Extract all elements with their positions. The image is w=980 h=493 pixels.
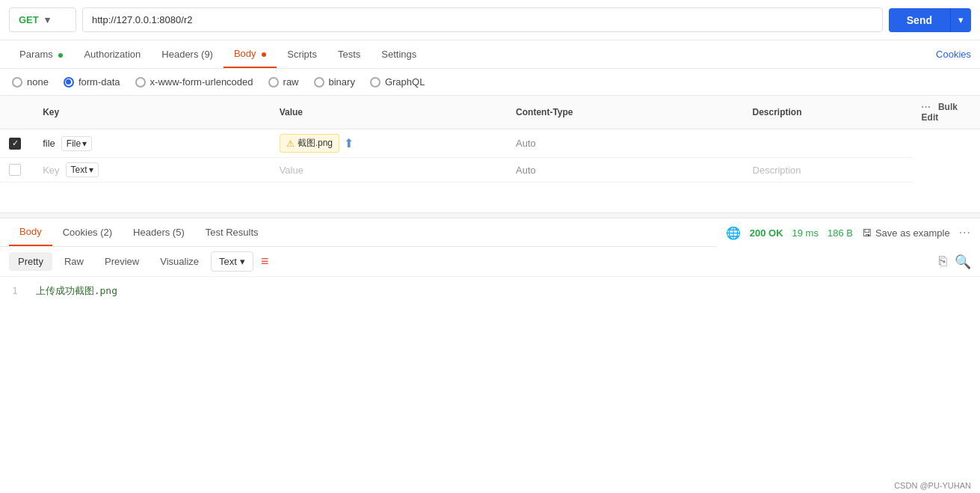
- save-example-button[interactable]: 🖫 Save as example: [862, 227, 950, 239]
- search-icon[interactable]: 🔍: [955, 254, 971, 270]
- file-value-container: ⚠ 截图.png ⬆: [280, 134, 498, 153]
- radio-graphql[interactable]: [370, 77, 380, 88]
- tab-tests[interactable]: Tests: [327, 41, 371, 67]
- response-tab-test-results[interactable]: Test Results: [195, 219, 269, 245]
- tab-settings[interactable]: Settings: [371, 41, 427, 67]
- response-status: 200 OK: [750, 227, 783, 239]
- wrap-icon[interactable]: ≡: [261, 254, 269, 269]
- globe-icon: 🌐: [726, 226, 741, 240]
- fmt-bar-actions: ⎘ 🔍: [939, 254, 971, 270]
- type2-chevron-icon: ▾: [89, 165, 93, 175]
- row1-auto: Auto: [516, 138, 536, 149]
- option-raw[interactable]: raw: [268, 76, 299, 88]
- response-meta: 🌐 200 OK 19 ms 186 B 🖫 Save as example ·…: [717, 226, 980, 240]
- line-content-1: 上传成功截图.png: [36, 285, 117, 296]
- col-header-content-type: Content-Type: [507, 96, 743, 129]
- row1-checkbox[interactable]: [0, 129, 34, 158]
- cookies-link[interactable]: Cookies: [936, 49, 971, 60]
- method-chevron-icon: ▾: [45, 14, 50, 25]
- row2-checkbox[interactable]: [0, 158, 34, 183]
- url-input[interactable]: [82, 7, 883, 32]
- radio-none[interactable]: [12, 77, 22, 88]
- method-label: GET: [19, 14, 39, 25]
- response-tab-bar: Body Cookies (2) Headers (5) Test Result…: [0, 218, 980, 247]
- row1-key-value: file: [43, 138, 55, 149]
- col-header-check: [0, 96, 34, 129]
- row2-content-type: Auto: [507, 158, 743, 183]
- row2-key-placeholder[interactable]: Key: [43, 165, 59, 176]
- line-number-1: 1: [12, 285, 18, 296]
- table-row: file File ▾ ⚠ 截图.png ⬆ Auto: [0, 129, 980, 158]
- fmt-tab-preview[interactable]: Preview: [96, 252, 148, 271]
- option-binary[interactable]: binary: [314, 76, 355, 88]
- col-header-actions: ··· Bulk Edit: [913, 96, 980, 129]
- row2-key: Key Text ▾: [34, 158, 270, 183]
- table-row: Key Text ▾ Value Auto Description: [0, 158, 980, 183]
- row2-value[interactable]: Value: [271, 158, 507, 183]
- row1-content-type: Auto: [507, 129, 743, 158]
- col-header-key: Key: [34, 96, 270, 129]
- option-form-data[interactable]: form-data: [64, 76, 120, 88]
- row1-description[interactable]: [744, 129, 913, 158]
- fmt-tab-pretty[interactable]: Pretty: [9, 252, 52, 271]
- tab-headers[interactable]: Headers (9): [151, 41, 224, 67]
- text-format-selector[interactable]: Text ▾: [211, 251, 253, 272]
- body-dot: [262, 52, 266, 57]
- radio-form-data[interactable]: [64, 77, 74, 88]
- request-bar: GET ▾ Send ▾: [0, 0, 980, 40]
- warn-icon: ⚠: [286, 138, 295, 149]
- format-bar: Pretty Raw Preview Visualize Text ▾ ≡ ⎘ …: [0, 247, 980, 277]
- response-body: 1 上传成功截图.png: [0, 277, 980, 305]
- row2-description[interactable]: Description: [744, 158, 913, 183]
- radio-urlencoded[interactable]: [135, 77, 146, 88]
- response-time: 19 ms: [792, 227, 819, 239]
- option-none[interactable]: none: [12, 76, 49, 88]
- fmt-tab-visualize[interactable]: Visualize: [151, 252, 208, 271]
- send-button[interactable]: Send: [889, 8, 950, 32]
- unchecked-icon: [9, 164, 21, 176]
- checked-icon: [9, 138, 21, 150]
- file-name: 截图.png: [298, 137, 333, 150]
- params-dot: [58, 53, 63, 58]
- response-tabs: Body Cookies (2) Headers (5) Test Result…: [0, 218, 717, 247]
- section-divider: [0, 212, 980, 218]
- radio-binary[interactable]: [314, 77, 324, 88]
- text-chevron-icon: ▾: [240, 256, 245, 267]
- fmt-tab-raw[interactable]: Raw: [55, 252, 93, 271]
- method-selector[interactable]: GET ▾: [9, 7, 76, 32]
- file-chip[interactable]: ⚠ 截图.png: [280, 134, 339, 153]
- option-graphql[interactable]: GraphQL: [370, 76, 425, 88]
- col-header-description: Description: [744, 96, 913, 129]
- tab-params[interactable]: Params: [9, 41, 73, 67]
- body-options: none form-data x-www-form-urlencoded raw…: [0, 69, 980, 96]
- send-btn-group: Send ▾: [889, 8, 971, 32]
- more-options-button[interactable]: ···: [959, 226, 971, 239]
- tab-authorization[interactable]: Authorization: [73, 41, 151, 67]
- row2-desc-placeholder: Description: [753, 165, 801, 176]
- radio-raw[interactable]: [268, 77, 279, 88]
- response-tab-headers[interactable]: Headers (5): [123, 219, 195, 245]
- col-header-value: Value: [271, 96, 507, 129]
- save-icon: 🖫: [862, 227, 872, 239]
- row2-value-placeholder: Value: [280, 165, 303, 176]
- option-urlencoded[interactable]: x-www-form-urlencoded: [135, 76, 253, 88]
- tab-body[interactable]: Body: [224, 40, 277, 68]
- form-data-table: Key Value Content-Type Description ··· B…: [0, 96, 980, 183]
- response-tab-cookies[interactable]: Cookies (2): [52, 219, 123, 245]
- type-chevron-icon: ▾: [82, 138, 87, 149]
- bulk-edit-dots[interactable]: ···: [922, 102, 931, 112]
- row2-type-selector[interactable]: Text ▾: [66, 162, 99, 177]
- response-size: 186 B: [828, 227, 853, 239]
- row1-type-selector[interactable]: File ▾: [61, 136, 92, 151]
- row1-value: ⚠ 截图.png ⬆: [271, 129, 507, 158]
- tab-scripts[interactable]: Scripts: [277, 41, 327, 67]
- row2-auto: Auto: [516, 165, 536, 176]
- send-dropdown-button[interactable]: ▾: [950, 8, 971, 32]
- upload-icon[interactable]: ⬆: [344, 136, 354, 150]
- row1-key: file File ▾: [34, 129, 270, 158]
- request-tabs: Params Authorization Headers (9) Body Sc…: [0, 40, 980, 69]
- response-tab-body[interactable]: Body: [9, 218, 52, 246]
- copy-icon[interactable]: ⎘: [939, 254, 947, 270]
